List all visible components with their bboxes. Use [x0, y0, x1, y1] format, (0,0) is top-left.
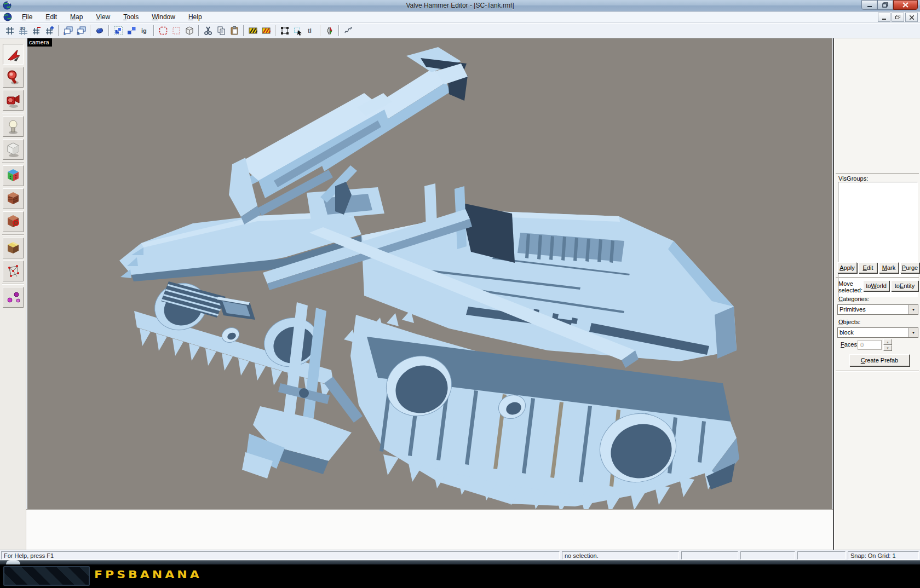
windows-taskbar-fragment [0, 560, 920, 564]
mdi-restore-icon [895, 15, 900, 20]
selection-handles-button[interactable] [170, 25, 183, 37]
mdi-close-button[interactable] [905, 13, 918, 22]
to-world-button[interactable]: toWorld [863, 280, 889, 291]
path-tool-button[interactable] [3, 287, 24, 308]
cut-icon [203, 26, 213, 36]
morph-path-button[interactable] [342, 25, 355, 37]
copy-button[interactable] [215, 25, 228, 37]
menu-tools[interactable]: Tools [117, 12, 145, 22]
select-box-button[interactable] [278, 25, 291, 37]
status-snap-grid-text: Snap: On Grid: 1 [848, 551, 919, 560]
svg-text:S: S [77, 31, 80, 36]
wireframe-box-button[interactable] [183, 25, 196, 37]
apply-decals-tool-icon [5, 214, 21, 230]
to-entity-button[interactable]: toEntity [891, 280, 918, 291]
grid-toggle-button[interactable] [3, 25, 16, 37]
paste-icon [229, 26, 239, 36]
visgroups-mark-button[interactable]: Mark [879, 262, 899, 273]
svg-text:tl: tl [308, 27, 312, 34]
objects-value: block [840, 329, 854, 336]
objects-dropdown-arrow-icon[interactable]: ▼ [909, 328, 918, 337]
vertex-tool-icon [5, 263, 21, 279]
menu-bar: File Edit Map View Tools Window Help [0, 11, 920, 23]
texture-application-tool-button[interactable] [3, 165, 24, 186]
faces-spin-down-button[interactable]: ▼ [883, 345, 892, 351]
status-help-text: For Help, press F1 [1, 551, 560, 560]
valve-hammer-editor-window: Valve Hammer Editor - [SC-Tank.rmf] File… [0, 0, 920, 588]
menu-file[interactable]: File [15, 12, 39, 22]
close-button[interactable] [893, 0, 918, 10]
auto-select-button[interactable] [291, 25, 304, 37]
select-box-icon [280, 26, 290, 36]
camera-3d-viewport[interactable]: camera [27, 38, 832, 509]
grid-3d-toggle-button[interactable]: 3D [16, 25, 30, 37]
visgroups-purge-button[interactable]: Purge [900, 262, 919, 273]
categories-label: Categories: [838, 296, 869, 302]
apply-decals-tool-button[interactable] [3, 211, 24, 232]
group-button[interactable] [112, 25, 125, 37]
block-tool-button[interactable] [3, 139, 24, 160]
grid-larger-button[interactable] [43, 25, 56, 37]
entity-tool-button[interactable] [3, 116, 24, 137]
grid-smaller-button[interactable] [30, 25, 43, 37]
magnify-tool-button[interactable] [3, 67, 24, 88]
save-window-state-icon: S [76, 26, 87, 36]
cut-button[interactable] [202, 25, 215, 37]
apply-texture-tool-button[interactable] [3, 188, 24, 209]
categories-value: Primitives [840, 306, 866, 313]
mdi-client-area [26, 509, 833, 550]
faces-spin-up-button[interactable]: ▲ [883, 339, 892, 345]
titlebar[interactable]: Valve Hammer Editor - [SC-Tank.rmf] [0, 0, 920, 11]
viewport-type-label[interactable]: camera [27, 38, 52, 47]
camera-tool-button[interactable] [3, 90, 24, 111]
clipping-tool-icon [5, 240, 21, 256]
status-cell-coordinates [681, 551, 738, 560]
menu-help[interactable]: Help [182, 12, 209, 22]
paste-button[interactable] [228, 25, 241, 37]
save-window-state-button[interactable]: S [74, 25, 88, 37]
carve-flip-button[interactable] [323, 25, 336, 37]
menu-edit[interactable]: Edit [39, 12, 64, 22]
minimize-button[interactable] [861, 0, 877, 10]
restore-button[interactable] [877, 0, 893, 10]
menu-map[interactable]: Map [64, 12, 89, 22]
load-window-state-button[interactable]: L [61, 25, 74, 37]
ungroup-icon [127, 26, 136, 36]
texture-lock-tl-button[interactable]: tl [304, 25, 318, 37]
ignore-groups-button[interactable]: ig [138, 25, 151, 37]
status-cell-size [740, 551, 795, 560]
visgroups-edit-button[interactable]: Edit [859, 262, 877, 273]
select-by-group-button[interactable] [157, 25, 170, 37]
start-button-icon[interactable] [6, 560, 20, 564]
restore-icon [882, 2, 888, 8]
vertex-tool-button[interactable] [3, 261, 24, 281]
fpsbanana-logo: FPSBANANA [94, 569, 202, 580]
mdi-close-icon [910, 15, 914, 20]
texture-lock-button[interactable] [246, 25, 260, 37]
menu-view[interactable]: View [89, 12, 117, 22]
categories-dropdown-arrow-icon[interactable]: ▼ [909, 305, 918, 314]
group-icon [113, 26, 123, 36]
tank-model-render [27, 38, 832, 509]
status-selection-text: no selection. [562, 551, 679, 560]
path-tool-icon [5, 289, 21, 305]
carve-flip-icon [325, 26, 335, 36]
ungroup-button[interactable] [125, 25, 138, 37]
visgroups-apply-button[interactable]: Apply [837, 262, 857, 273]
texture-application-button[interactable] [93, 25, 106, 37]
menu-window[interactable]: Window [145, 12, 182, 22]
objects-dropdown[interactable]: block ▼ [837, 327, 918, 338]
mdi-restore-button[interactable] [892, 13, 904, 22]
create-prefab-button[interactable]: Create Prefab [849, 354, 910, 366]
magnify-tool-icon [5, 69, 21, 85]
clipping-tool-button[interactable] [3, 238, 24, 258]
camera-tool-icon [5, 92, 21, 108]
selection-tool-button[interactable] [3, 44, 24, 65]
object-bar-panel: VisGroups: Apply Edit Mark Purge Movesel… [835, 38, 920, 550]
faces-input[interactable]: 0 [858, 340, 882, 350]
categories-dropdown[interactable]: Primitives ▼ [837, 304, 918, 315]
texture-scale-lock-button[interactable] [260, 25, 273, 37]
entity-tool-icon [5, 118, 21, 135]
document-hammer-icon[interactable] [3, 13, 12, 21]
mdi-minimize-button[interactable] [878, 13, 890, 22]
